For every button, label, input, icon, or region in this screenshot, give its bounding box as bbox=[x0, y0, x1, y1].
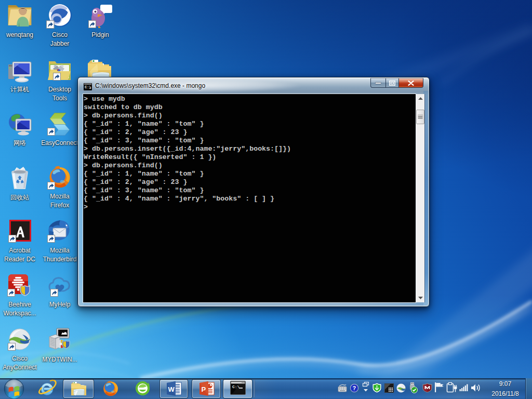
svg-text:W: W bbox=[168, 385, 175, 393]
svg-text:?: ? bbox=[352, 385, 356, 391]
svg-text:C:\: C:\ bbox=[232, 384, 240, 389]
svg-text:P: P bbox=[202, 385, 206, 393]
